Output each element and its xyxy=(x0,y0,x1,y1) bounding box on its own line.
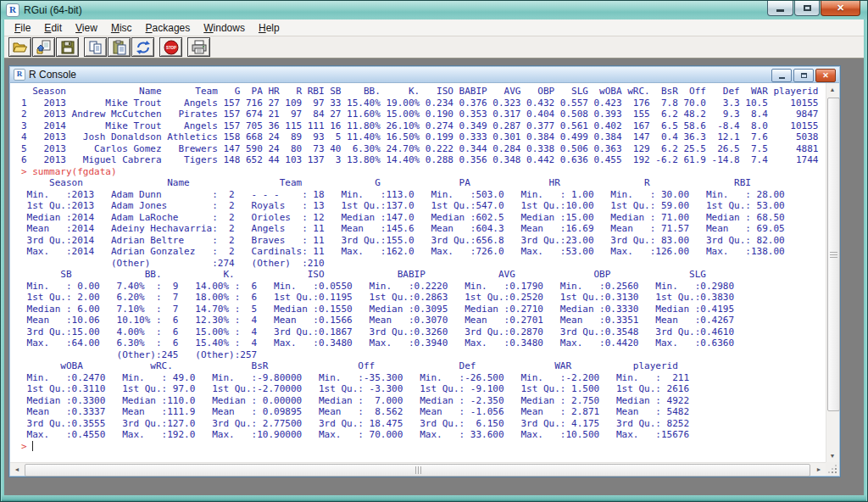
console-line: Median :2014 Adam LaRoche : 2 Orioles : … xyxy=(21,212,826,224)
horizontal-scrollbar[interactable]: ◄ ► xyxy=(10,462,826,476)
scroll-left-button[interactable]: ◄ xyxy=(10,463,24,476)
menu-item-edit[interactable]: Edit xyxy=(37,20,69,36)
horizontal-scroll-thumb[interactable] xyxy=(25,464,810,477)
console-line: Median :0.3300 Median :110.0 Median : 0.… xyxy=(21,395,826,407)
console-line: Mean :2014 Adeiny Hechavarria: 2 Angels … xyxy=(21,223,826,235)
copy-paste-icon xyxy=(135,40,152,55)
stop-icon: STOP xyxy=(163,40,180,55)
scroll-right-button[interactable]: ► xyxy=(812,463,826,476)
close-button[interactable]: ✕ xyxy=(821,1,860,16)
console-line: Max. :64.00 6.30% : 6 15.40% : 4 Max. :0… xyxy=(21,337,826,349)
close-icon: ✕ xyxy=(837,2,844,14)
console-line: Mean :10.06 10.10% : 6 12.30% : 4 Mean :… xyxy=(21,315,826,326)
svg-text:STOP: STOP xyxy=(165,46,175,50)
console-line: Min. :2013 Adam Dunn : 2 - - - : 18 Min.… xyxy=(21,189,826,201)
minimize-icon xyxy=(776,9,784,12)
window-frame-left xyxy=(1,20,4,501)
menu-item-file[interactable]: File xyxy=(8,20,37,36)
scroll-grip-icon xyxy=(830,254,837,255)
load-workspace-icon xyxy=(36,40,53,55)
console-line: (Other) :274 (Other) :210 xyxy=(21,258,826,270)
paste-icon xyxy=(111,40,128,55)
mdi-area: R R Console ✕ Season Name Team G PA HR R… xyxy=(4,59,864,495)
console-line: 1st Qu.:0.3110 1st Qu.: 97.0 1st Qu.:-2.… xyxy=(21,383,826,395)
console-line: 3rd Qu.:0.3555 3rd Qu.:127.0 3rd Qu.: 2.… xyxy=(21,418,826,430)
maximize-button[interactable] xyxy=(794,1,820,16)
console-line: 1 2013 Mike Trout Angels 157 716 27 109 … xyxy=(21,98,826,109)
console-line: 6 2013 Miguel Cabrera Tigers 148 652 44 … xyxy=(21,154,826,166)
console-line: Min. :0.2470 Min. : 49.0 Min. :-9.80000 … xyxy=(21,372,826,384)
menu-item-misc[interactable]: Misc xyxy=(104,20,139,36)
window-frame-bottom xyxy=(2,495,866,501)
console-line: (Other):245 (Other):257 xyxy=(21,349,826,361)
menu-item-view[interactable]: View xyxy=(69,20,104,36)
console-line: Max. :0.4550 Max. :192.0 Max. :10.90000 … xyxy=(21,429,826,441)
resize-grip-icon xyxy=(835,471,837,473)
scroll-up-button[interactable]: ▲ xyxy=(826,83,839,96)
paste-button[interactable] xyxy=(108,37,131,57)
console-client: Season Name Team G PA HR R RBI SB BB. K.… xyxy=(10,83,839,476)
console-line: 1st Qu.: 2.00 6.20% : 7 18.00% : 6 1st Q… xyxy=(21,292,826,304)
console-line: 3rd Qu.:15.00 4.00% : 6 15.00% : 4 3rd Q… xyxy=(21,326,826,338)
console-line: 3rd Qu.:2014 Adrian Beltre : 2 Braves : … xyxy=(21,235,826,247)
stop-computation-button[interactable]: STOP xyxy=(159,37,182,57)
print-button[interactable] xyxy=(187,37,210,57)
window-titlebar[interactable]: R RGui (64-bit) ✕ xyxy=(1,1,867,20)
console-close-icon: ✕ xyxy=(822,70,829,81)
console-line: Median : 6.00 7.10% : 7 14.70% : 5 Media… xyxy=(21,304,826,315)
console-minimize-button[interactable] xyxy=(771,69,792,82)
menubar: FileEditViewMiscPackagesWindowsHelp xyxy=(4,20,864,36)
window-frame-right xyxy=(864,20,867,501)
vertical-scrollbar[interactable]: ▲ ▼ xyxy=(826,83,839,462)
maximize-icon xyxy=(804,5,811,11)
scroll-grip-icon xyxy=(418,466,419,474)
r-logo-icon: R xyxy=(6,3,19,17)
console-line: Max. :2014 Adrian Gonzalez : 2 Cardinals… xyxy=(21,246,826,258)
console-prompt-line: > xyxy=(21,441,826,453)
text-cursor xyxy=(32,441,33,451)
console-line: 2 2013 Andrew McCutchen Pirates 157 674 … xyxy=(21,109,826,120)
console-maximize-icon xyxy=(801,73,807,78)
vertical-scroll-thumb[interactable] xyxy=(827,98,840,411)
console-titlebar[interactable]: R R Console ✕ xyxy=(10,67,839,83)
console-line: 1st Qu.:2013 Adam Jones : 2 Royals : 13 … xyxy=(21,200,826,212)
window-title: RGui (64-bit) xyxy=(24,4,82,16)
minimize-button[interactable] xyxy=(767,1,793,16)
toolbar: STOP xyxy=(4,36,864,59)
console-title: R Console xyxy=(29,69,76,81)
copy-icon xyxy=(87,40,104,55)
console-line: Season Name Team G PA HR R RBI SB BB. K.… xyxy=(21,86,826,98)
resize-grip[interactable] xyxy=(826,462,839,476)
scroll-down-button[interactable]: ▼ xyxy=(826,449,839,462)
copy-paste-button[interactable] xyxy=(131,37,154,57)
console-line: 3 2014 Mike Trout Angels 157 705 36 115 … xyxy=(21,120,826,132)
save-icon xyxy=(59,40,76,55)
console-line: Min. : 0.00 7.40% : 9 14.00% : 6 Min. :0… xyxy=(21,281,826,293)
print-icon xyxy=(191,40,208,55)
console-window-controls: ✕ xyxy=(770,69,836,82)
console-output[interactable]: Season Name Team G PA HR R RBI SB BB. K.… xyxy=(10,83,826,462)
console-window: R R Console ✕ Season Name Team G PA HR R… xyxy=(8,65,841,477)
console-line: > summary(fgdata) xyxy=(21,166,826,178)
open-folder-icon xyxy=(12,40,29,55)
load-workspace-button[interactable] xyxy=(32,37,55,57)
menu-item-windows[interactable]: Windows xyxy=(197,20,252,36)
rgui-window: R RGui (64-bit) ✕ FileEditViewMiscPackag… xyxy=(0,0,868,502)
menu-item-help[interactable]: Help xyxy=(252,20,287,36)
console-line: 5 2013 Carlos Gomez Brewers 147 590 24 8… xyxy=(21,143,826,155)
console-line: 4 2013 Josh Donaldson Athletics 158 668 … xyxy=(21,131,826,143)
console-close-button[interactable]: ✕ xyxy=(815,69,836,82)
console-minimize-icon xyxy=(779,77,785,79)
console-line: Mean :0.3337 Mean :111.9 Mean : 0.09895 … xyxy=(21,406,826,418)
menu-item-packages[interactable]: Packages xyxy=(139,20,198,36)
save-workspace-button[interactable] xyxy=(56,37,79,57)
console-line: SB BB. K. ISO BABIP AVG OBP SLG xyxy=(21,269,826,281)
console-maximize-button[interactable] xyxy=(793,69,814,82)
window-controls: ✕ xyxy=(766,1,860,16)
console-line: Season Name Team G PA HR R RBI xyxy=(21,177,826,189)
console-line: wOBA wRC. BsR Off Def WAR playerid xyxy=(21,360,826,372)
copy-button[interactable] xyxy=(84,37,107,57)
r-console-icon: R xyxy=(14,69,25,81)
open-script-button[interactable] xyxy=(8,37,31,57)
